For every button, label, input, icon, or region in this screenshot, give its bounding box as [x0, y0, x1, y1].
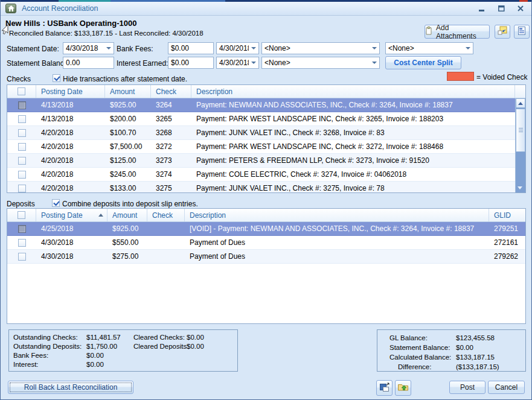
difference-value: ($133,187.15) — [456, 362, 525, 372]
cell-description: Payment of Dues — [185, 252, 489, 261]
row-checkbox[interactable] — [18, 143, 26, 151]
rollback-reconciliation-button[interactable]: Roll Back Last Reconciliation — [8, 381, 133, 394]
deposits-row[interactable]: 4/30/2018 $550.00 Payment of Dues 272161 — [7, 236, 525, 250]
account-reconciliation-window: Account Reconciliation New Hills : USBan… — [0, 0, 532, 400]
maximize-icon[interactable] — [498, 5, 505, 12]
row-checkbox[interactable] — [18, 253, 26, 261]
cancel-button[interactable]: Cancel — [488, 381, 525, 394]
interest-earned-input[interactable] — [168, 57, 214, 69]
cell-check: 3273 — [151, 156, 191, 165]
checks-col-posting-date[interactable]: Posting Date — [36, 85, 105, 98]
add-attachments-label: Add Attachments — [436, 24, 489, 40]
checks-col-amount[interactable]: Amount — [105, 85, 151, 98]
bank-fees-total-label: Bank Fees: — [13, 351, 86, 360]
statement-balance-total-label: Statement Balance: — [389, 343, 456, 352]
chevron-down-icon — [251, 62, 256, 64]
outstanding-checks-label: Outstanding Checks: — [13, 333, 86, 342]
scrollbar-thumb[interactable] — [516, 109, 525, 152]
save-layout-button[interactable] — [376, 380, 393, 396]
combine-deposits-checkbox[interactable] — [52, 199, 60, 207]
home-icon[interactable] — [5, 4, 16, 13]
chevron-down-icon — [372, 62, 377, 64]
chevron-down-icon — [372, 47, 377, 49]
checks-row[interactable]: 4/20/2018 $7,500.00 3272 Payment: PARK W… — [7, 140, 515, 154]
checks-col-description[interactable]: Description — [191, 85, 515, 98]
notes-button[interactable] — [495, 25, 510, 39]
bank-fees-account-dropdown[interactable]: <None> — [261, 42, 380, 54]
interest-earned-label: Interest Earned: — [117, 59, 168, 68]
cell-description: Payment: NEWMAN AND ASSOCIATES, INC., Ch… — [191, 101, 515, 109]
scroll-down-icon[interactable] — [516, 183, 525, 192]
checks-vertical-scrollbar[interactable] — [515, 98, 525, 192]
checks-table-body: 4/13/2018 $925.00 3264 Payment: NEWMAN A… — [7, 98, 515, 193]
totals-summary-box: Outstanding Checks: $11,481.57 Cleared C… — [8, 329, 238, 372]
combine-deposits-label: Combine deposits into deposit slip entri… — [62, 200, 198, 208]
checks-row[interactable]: 4/20/2018 $125.00 3273 Payment: PETERS &… — [7, 154, 515, 168]
statement-date-value: 4/30/2018 — [66, 44, 104, 52]
cell-glid: 279262 — [489, 252, 525, 261]
row-checkbox[interactable] — [18, 129, 26, 137]
checks-select-all-checkbox[interactable] — [18, 87, 25, 95]
cell-amount: $125.00 — [105, 156, 151, 165]
row-checkbox[interactable] — [18, 101, 26, 109]
row-checkbox[interactable] — [18, 239, 26, 247]
scroll-up-icon[interactable] — [516, 98, 525, 108]
cell-check: 3268 — [151, 129, 191, 137]
cell-glid: 272161 — [489, 238, 525, 247]
deposits-col-check[interactable]: Check — [147, 209, 185, 221]
checks-col-check[interactable]: Check — [151, 85, 191, 98]
deposits-row[interactable]: 4/30/2018 $275.00 Payment of Dues 279262 — [7, 250, 525, 264]
folder-export-icon — [398, 383, 408, 393]
statement-date-picker[interactable]: 4/30/2018 — [63, 42, 114, 54]
cell-description: Payment: JUNK VALET INC., Check #: 3275,… — [191, 184, 515, 192]
add-attachments-button[interactable]: Add Attachments — [425, 25, 490, 39]
deposits-col-posting-date[interactable]: Posting Date — [36, 209, 107, 221]
row-checkbox[interactable] — [18, 185, 26, 192]
cell-posting-date: 4/13/2018 — [36, 115, 105, 123]
cell-amount: $100.70 — [105, 129, 151, 137]
save-icon — [380, 383, 389, 394]
gl-balance-label: GL Balance: — [389, 333, 456, 343]
checks-row[interactable]: 4/20/2018 $100.70 3268 Payment: JUNK VAL… — [7, 126, 515, 140]
row-checkbox[interactable] — [18, 157, 26, 165]
minimize-icon[interactable] — [478, 5, 486, 12]
interest-account-dropdown[interactable]: <None> — [261, 57, 380, 69]
cell-description: [VOID] - Payment: NEWMAN AND ASSOCIATES,… — [185, 224, 489, 233]
cell-posting-date: 4/25/2018 — [36, 224, 107, 233]
secondary-account-dropdown[interactable]: <None> — [385, 42, 473, 54]
checks-row[interactable]: 4/20/2018 $133.00 3275 Payment: JUNK VAL… — [7, 182, 515, 193]
window-title: Account Reconciliation — [22, 4, 98, 13]
statement-balance-input[interactable] — [63, 57, 114, 69]
mouse-cursor-icon — [1, 24, 9, 37]
close-icon[interactable] — [517, 5, 524, 12]
cost-center-split-button[interactable]: Cost Center Split — [385, 56, 461, 69]
interest-total-label: Interest: — [13, 360, 86, 369]
row-checkbox[interactable] — [18, 225, 26, 233]
outstanding-deposits-label: Outstanding Deposits: — [13, 342, 86, 351]
post-button[interactable]: Post — [449, 381, 486, 394]
interest-date-picker[interactable]: 4/30/2018 — [216, 57, 259, 69]
cell-check: 3274 — [151, 170, 191, 179]
hide-transactions-checkbox[interactable] — [53, 74, 60, 82]
cell-posting-date: 4/20/2018 — [36, 142, 105, 151]
deposits-col-amount[interactable]: Amount — [107, 209, 147, 221]
report-button[interactable] — [514, 25, 530, 39]
cell-posting-date: 4/30/2018 — [36, 252, 107, 261]
deposits-table-header: Posting Date Amount Check Description GL… — [7, 209, 525, 222]
checks-row[interactable]: 4/13/2018 $925.00 3264 Payment: NEWMAN A… — [7, 98, 515, 112]
cell-amount: $925.00 — [107, 224, 147, 233]
deposits-select-all-checkbox[interactable] — [18, 211, 25, 219]
cell-amount: $245.00 — [105, 170, 151, 179]
checks-row[interactable]: 4/13/2018 $200.00 3265 Payment: PARK WES… — [7, 112, 515, 126]
checks-row[interactable]: 4/20/2018 $245.00 3274 Payment: COLE ELE… — [7, 168, 515, 182]
row-checkbox[interactable] — [18, 115, 26, 123]
deposits-row[interactable]: 4/25/2018 $925.00 [VOID] - Payment: NEWM… — [7, 222, 525, 236]
row-checkbox[interactable] — [18, 171, 26, 179]
checks-table-header: Posting Date Amount Check Description — [7, 85, 525, 98]
bank-fees-input[interactable] — [168, 42, 214, 54]
deposits-col-glid[interactable]: GLID — [489, 209, 525, 221]
bank-fees-date-picker[interactable]: 4/30/2018 — [216, 42, 259, 54]
deposits-col-description[interactable]: Description — [185, 209, 489, 221]
cell-posting-date: 4/20/2018 — [36, 129, 105, 137]
load-layout-button[interactable] — [395, 380, 411, 396]
